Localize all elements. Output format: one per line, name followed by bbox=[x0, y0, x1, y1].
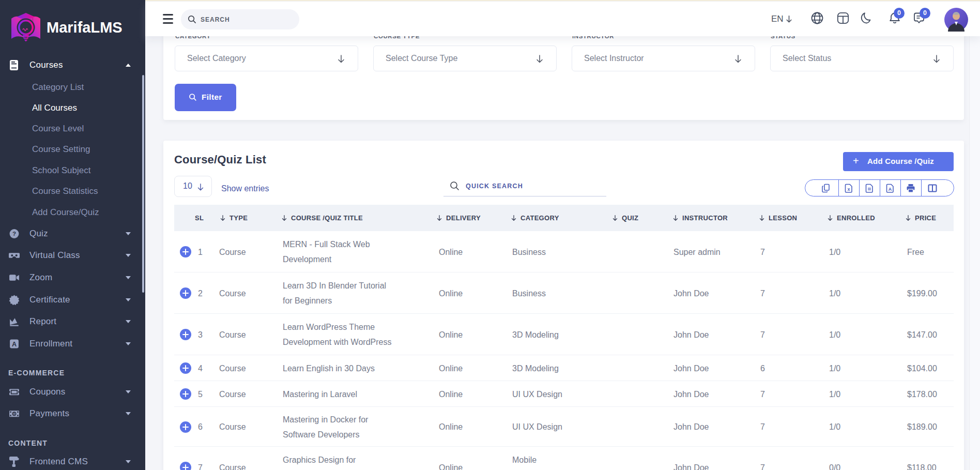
svg-text:A: A bbox=[889, 187, 892, 192]
svg-text:A: A bbox=[12, 340, 17, 347]
svg-text:x: x bbox=[847, 187, 850, 192]
svg-text:0: 0 bbox=[13, 412, 16, 415]
svg-text:?: ? bbox=[12, 231, 16, 237]
